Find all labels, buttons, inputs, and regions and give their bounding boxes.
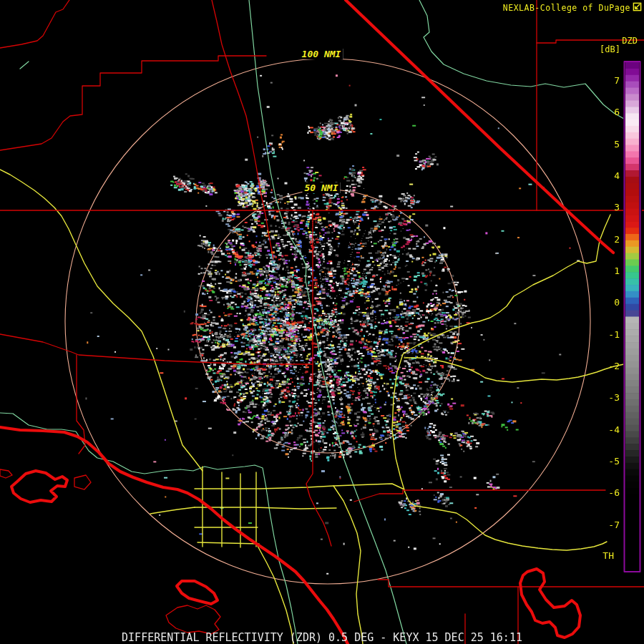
colorbar-units: [dB] (600, 44, 620, 54)
colorbar-threshold-label: TH (602, 550, 614, 561)
colorbar-tick: 0 (591, 297, 620, 308)
ring-label-50nmi: 50 NMI (303, 182, 341, 193)
radar-map-canvas (0, 0, 644, 644)
colorbar-tick: -5 (591, 456, 620, 467)
colorbar-tick: 3 (591, 202, 620, 213)
attribution-text: NEXLAB-College of DuPage (503, 3, 630, 13)
colorbar-tick: -1 (591, 329, 620, 341)
colorbar-tick: 7 (591, 75, 620, 87)
colorbar-tick: 2 (591, 234, 620, 245)
college-logo-icon (633, 2, 642, 11)
radar-display: NEXLAB-College of DuPage DZD [dB] 765432… (0, 0, 644, 644)
colorbar-tick: 6 (591, 107, 620, 118)
colorbar-title: DZD (622, 36, 638, 46)
colorbar-tick: 5 (591, 139, 620, 150)
colorbar-tick: 1 (591, 265, 620, 277)
colorbar-tick: -6 (591, 487, 620, 499)
colorbar-tick: -4 (591, 424, 620, 436)
ring-label-100nmi: 100 NMI (300, 49, 343, 59)
colorbar-tick: -7 (591, 519, 620, 531)
colorbar-tick: -3 (591, 392, 620, 404)
caption: DIFFERENTIAL REFLECTIVITY (ZDR) 0.5 DEG … (122, 631, 522, 644)
colorbar-tick: 4 (591, 170, 620, 182)
colorbar-tick: -2 (591, 361, 620, 372)
